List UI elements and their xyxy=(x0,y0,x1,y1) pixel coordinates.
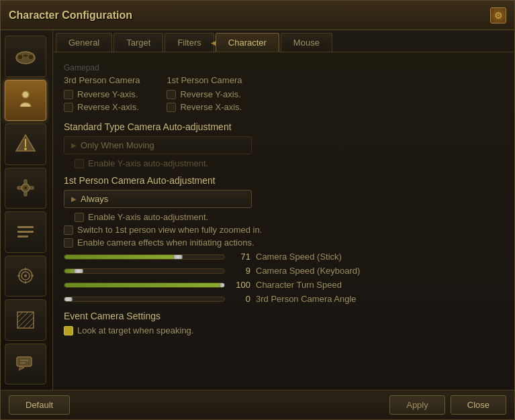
character-turn-thumb[interactable] xyxy=(220,282,225,288)
camera-stick-thumb[interactable] xyxy=(173,254,183,260)
camera-keyboard-value: 9 xyxy=(230,266,250,276)
camera-keyboard-track[interactable] xyxy=(64,268,225,274)
sidebar-item-list[interactable] xyxy=(5,211,46,253)
tab-mouse-label: Mouse xyxy=(293,38,320,48)
standard-y-axis-row[interactable]: Enable Y-axis auto-adjustment. xyxy=(64,158,504,168)
svg-point-8 xyxy=(24,148,27,150)
first-person-y-axis-row[interactable]: Enable Y-axis auto-adjustment. xyxy=(64,212,504,222)
first-person-y-axis-checkbox[interactable] xyxy=(75,213,84,222)
sidebar xyxy=(1,30,53,390)
camera-stick-fill xyxy=(64,255,178,259)
sidebar-item-gamepad[interactable] xyxy=(5,36,46,77)
standard-auto-dropdown-label: Only When Moving xyxy=(81,140,154,150)
btn-group-right: Apply Close xyxy=(389,395,506,415)
sidebar-item-character[interactable] xyxy=(5,80,46,121)
col-1st-person: 1st Person Camera Reverse Y-axis. Revers… xyxy=(167,75,242,115)
tab-filters[interactable]: Filters xyxy=(165,33,214,52)
svg-rect-13 xyxy=(17,187,21,189)
scroll-content[interactable]: Gamepad 3rd Person Camera Reverse Y-axis… xyxy=(53,52,514,390)
svg-point-5 xyxy=(22,91,29,98)
3rd-reverse-x-checkbox[interactable] xyxy=(64,103,73,112)
sidebar-item-chat[interactable] xyxy=(5,344,46,385)
camera-angle-track[interactable] xyxy=(64,297,225,302)
svg-point-10 xyxy=(24,186,28,190)
camera-effects-row[interactable]: Enable camera effects when initiating ac… xyxy=(64,238,504,248)
standard-auto-dropdown[interactable]: ▶ Only When Moving xyxy=(64,136,252,154)
svg-marker-26 xyxy=(19,366,24,370)
first-person-auto-title: 1st Person Camera Auto-adjustment xyxy=(64,175,504,186)
close-button[interactable]: Close xyxy=(451,395,506,415)
1st-reverse-y-checkbox[interactable] xyxy=(167,90,176,99)
tab-filters-label: Filters xyxy=(177,38,201,48)
sidebar-item-gear[interactable] xyxy=(5,168,46,209)
svg-point-1 xyxy=(17,54,23,60)
look-at-target-row[interactable]: Look at target when speaking. xyxy=(64,325,504,335)
svg-point-2 xyxy=(28,54,34,60)
col2-header: 1st Person Camera xyxy=(167,75,242,85)
default-button[interactable]: Default xyxy=(9,395,70,415)
camera-keyboard-thumb[interactable] xyxy=(74,268,83,274)
3rd-reverse-x-row[interactable]: Reverse X-axis. xyxy=(64,102,140,112)
tab-active-arrow: ◄ xyxy=(209,38,218,48)
dropdown-arrow-icon: ▶ xyxy=(71,142,77,149)
first-person-y-axis-label: Enable Y-axis auto-adjustment. xyxy=(88,212,208,222)
tab-target[interactable]: Target xyxy=(113,33,163,52)
switch-1st-row[interactable]: Switch to 1st person view when fully zoo… xyxy=(64,225,504,235)
title-bar: Character Configuration ⚙ xyxy=(1,1,514,30)
close-window-button[interactable]: ⚙ xyxy=(490,7,506,23)
look-at-target-label: Look at target when speaking. xyxy=(77,325,193,335)
sidebar-item-pattern[interactable] xyxy=(5,299,46,341)
slider-camera-keyboard-row: 9 Camera Speed (Keyboard) xyxy=(64,266,504,276)
1st-reverse-x-checkbox[interactable] xyxy=(167,103,176,112)
slider-camera-stick-row: 71 Camera Speed (Stick) xyxy=(64,252,504,262)
standard-auto-title: Standard Type Camera Auto-adjustment xyxy=(64,121,504,132)
svg-rect-14 xyxy=(30,187,34,189)
svg-rect-11 xyxy=(24,180,27,184)
switch-1st-checkbox[interactable] xyxy=(64,225,73,235)
svg-rect-16 xyxy=(17,231,34,233)
col1-header: 3rd Person Camera xyxy=(64,75,140,85)
tab-character[interactable]: ◄ Character xyxy=(216,33,279,52)
standard-y-axis-checkbox[interactable] xyxy=(75,159,84,168)
camera-stick-track[interactable] xyxy=(64,254,225,260)
character-turn-label: Character Turn Speed xyxy=(256,280,504,290)
main-layout: General Target Filters ◄ Character Mouse xyxy=(1,30,514,390)
first-person-dropdown-arrow-icon: ▶ xyxy=(71,195,77,203)
3rd-reverse-y-checkbox[interactable] xyxy=(64,90,73,99)
event-camera-title: Event Camera Settings xyxy=(64,311,504,321)
camera-angle-value: 0 xyxy=(230,294,250,304)
svg-rect-4 xyxy=(23,54,28,57)
camera-effects-label: Enable camera effects when initiating ac… xyxy=(77,238,254,248)
camera-columns: 3rd Person Camera Reverse Y-axis. Revers… xyxy=(64,75,504,115)
camera-stick-label: Camera Speed (Stick) xyxy=(256,252,504,262)
3rd-reverse-y-row[interactable]: Reverse Y-axis. xyxy=(64,89,140,99)
first-person-auto-dropdown-label: Always xyxy=(81,194,108,204)
sidebar-item-combat[interactable] xyxy=(5,123,46,165)
character-turn-track[interactable] xyxy=(64,282,225,288)
look-at-target-checkbox[interactable] xyxy=(64,326,73,335)
camera-keyboard-label: Camera Speed (Keyboard) xyxy=(256,266,504,276)
1st-reverse-y-row[interactable]: Reverse Y-axis. xyxy=(167,89,242,99)
svg-rect-15 xyxy=(17,226,34,228)
tab-character-label: Character xyxy=(228,38,267,48)
svg-rect-12 xyxy=(24,192,27,196)
svg-rect-17 xyxy=(17,235,28,238)
content-area: General Target Filters ◄ Character Mouse xyxy=(53,30,514,390)
tab-general[interactable]: General xyxy=(56,33,112,52)
svg-point-20 xyxy=(24,274,27,277)
col-3rd-person: 3rd Person Camera Reverse Y-axis. Revers… xyxy=(64,75,140,115)
1st-reverse-x-row[interactable]: Reverse X-axis. xyxy=(167,102,242,112)
camera-angle-label: 3rd Person Camera Angle xyxy=(256,294,504,304)
camera-effects-checkbox[interactable] xyxy=(64,238,73,248)
1st-reverse-x-label: Reverse X-axis. xyxy=(180,102,242,112)
camera-angle-thumb[interactable] xyxy=(64,297,73,302)
tab-target-label: Target xyxy=(126,38,150,48)
character-config-window: Character Configuration ⚙ xyxy=(0,0,515,420)
camera-stick-value: 71 xyxy=(230,252,250,262)
apply-button[interactable]: Apply xyxy=(389,395,445,415)
tabs-bar: General Target Filters ◄ Character Mouse xyxy=(53,30,514,52)
first-person-auto-dropdown[interactable]: ▶ Always xyxy=(64,190,252,208)
sidebar-item-target[interactable] xyxy=(5,256,46,297)
switch-1st-label: Switch to 1st person view when fully zoo… xyxy=(77,225,262,235)
tab-mouse[interactable]: Mouse xyxy=(281,33,332,52)
